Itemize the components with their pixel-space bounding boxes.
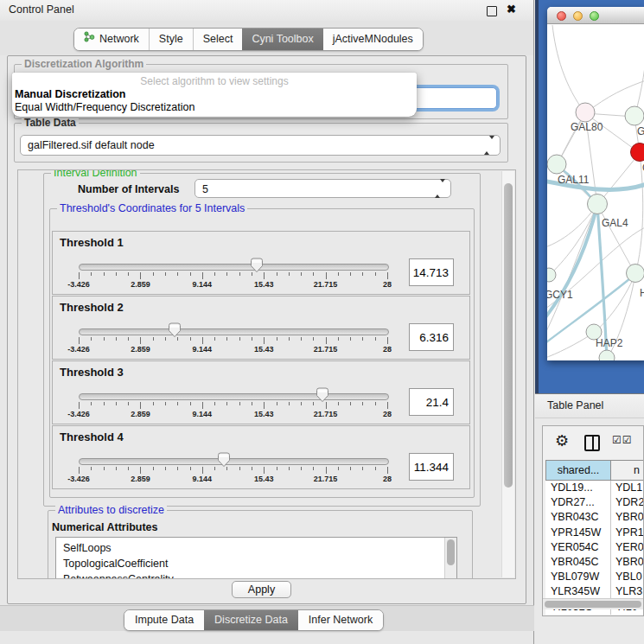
- network-graph[interactable]: GAL80 GA C GAL11 GAL4 GCY1 H HAP2: [547, 25, 644, 360]
- tick-label: 9.144: [193, 280, 213, 289]
- table-data-combobox[interactable]: galFiltered.sif default node: [20, 135, 501, 156]
- table-row[interactable]: YBR045CYBR0: [545, 555, 644, 570]
- table-row[interactable]: YDL19...YDL1: [545, 481, 644, 495]
- cell-shared-name[interactable]: YBR045C: [545, 555, 611, 570]
- attribute-item[interactable]: BetweennessCentrality: [56, 571, 456, 579]
- algorithm-option-manual[interactable]: Manual Discretization: [12, 88, 417, 101]
- tick-label: 28: [383, 475, 392, 483]
- cell-name[interactable]: YPR1: [611, 526, 644, 540]
- slider-thumb[interactable]: [316, 387, 329, 403]
- numerical-attributes-list[interactable]: SelfLoopsTopologicalCoefficientBetweenne…: [55, 537, 457, 579]
- tab-jactivemnodules[interactable]: jActiveMNodules: [323, 29, 423, 50]
- table-row[interactable]: YER054CYER0: [545, 540, 644, 555]
- node-gal4[interactable]: [588, 194, 608, 214]
- table-row[interactable]: YBR043CYBR0: [545, 510, 644, 525]
- attributes-group: Attributes to discretize Numerical Attri…: [48, 510, 473, 579]
- tab-network[interactable]: Network: [74, 29, 149, 50]
- stepper-arrows-icon: [435, 182, 445, 194]
- cell-name[interactable]: YDR2: [611, 495, 644, 510]
- right-panel: GAL80 GA C GAL11 GAL4 GCY1 H HAP2 Table …: [535, 0, 644, 644]
- stepper-arrows-icon: [484, 139, 494, 151]
- control-panel: Control Panel ✖ Network Style: [0, 0, 534, 644]
- threshold-slider-track[interactable]: [79, 328, 389, 335]
- cell-name[interactable]: YBL0: [611, 570, 644, 584]
- tab-select[interactable]: Select: [193, 29, 243, 50]
- node-selected-red[interactable]: [631, 143, 644, 162]
- cell-name[interactable]: YDL1: [611, 481, 644, 495]
- attribute-item[interactable]: TopologicalCoefficient: [56, 556, 456, 571]
- threshold-slider-track[interactable]: [79, 458, 389, 465]
- node-label: GAL4: [602, 217, 628, 229]
- scrollbar-thumb[interactable]: [545, 601, 641, 608]
- cell-name[interactable]: YER0: [611, 540, 644, 555]
- zoom-traffic-light[interactable]: [590, 11, 599, 21]
- apply-button[interactable]: Apply: [232, 581, 291, 598]
- cell-shared-name[interactable]: YLR345W: [545, 584, 611, 599]
- tab-discretize-data[interactable]: Discretize Data: [204, 610, 298, 630]
- minimize-traffic-light[interactable]: [573, 11, 583, 21]
- float-window-icon[interactable]: [487, 6, 497, 16]
- close-traffic-light[interactable]: [557, 11, 566, 21]
- slider-thumb[interactable]: [168, 322, 182, 338]
- cell-shared-name[interactable]: YBR043C: [545, 510, 611, 525]
- node-right[interactable]: [627, 265, 644, 283]
- cell-shared-name[interactable]: YBL079W: [545, 570, 611, 584]
- column-header-shared-name[interactable]: shared...: [545, 460, 611, 481]
- table-row[interactable]: YPR145WYPR1: [545, 526, 644, 540]
- scrollbar-thumb[interactable]: [504, 183, 513, 488]
- tab-impute-data[interactable]: Impute Data: [124, 610, 204, 630]
- split-columns-icon[interactable]: [584, 435, 600, 451]
- tab-cyni-toolbox[interactable]: Cyni Toolbox: [242, 29, 322, 50]
- threshold-value-field[interactable]: 21.4: [409, 388, 454, 416]
- tick-label: 15.43: [254, 475, 274, 483]
- tick-label: -3.426: [67, 410, 90, 418]
- threshold-value-field[interactable]: 6.316: [409, 323, 454, 351]
- node-gal11[interactable]: [547, 155, 566, 174]
- numerical-attributes-label: Numerical Attributes: [52, 521, 157, 533]
- tick-label: 2.859: [131, 410, 150, 418]
- cell-shared-name[interactable]: YDR27...: [545, 495, 611, 510]
- tick-label: 15.43: [254, 280, 274, 289]
- tab-style[interactable]: Style: [149, 29, 193, 50]
- number-of-intervals-combobox[interactable]: 5: [194, 179, 451, 198]
- threshold-slider-track[interactable]: [79, 264, 389, 271]
- tab-infer-network[interactable]: Infer Network: [298, 610, 383, 630]
- number-of-intervals-label: Number of Intervals: [78, 183, 179, 195]
- network-window-titlebar: [547, 7, 644, 24]
- column-header-name[interactable]: n: [611, 460, 644, 481]
- tab-network-label: Network: [99, 29, 139, 50]
- node-top-right[interactable]: [625, 106, 644, 125]
- gear-icon[interactable]: ⚙: [555, 432, 569, 450]
- tick-label: 21.715: [314, 345, 338, 354]
- select-columns-icon[interactable]: ☑☑: [612, 434, 633, 446]
- tick-label: -3.426: [67, 345, 90, 354]
- table-row[interactable]: YBL079WYBL0: [545, 570, 644, 584]
- threshold-panel: Threshold 2-3.4262.8599.14415.4321.71528…: [52, 296, 470, 360]
- tick-label: -3.426: [67, 475, 90, 483]
- cell-shared-name[interactable]: YDL19...: [545, 481, 611, 495]
- node-bottom[interactable]: [599, 350, 615, 360]
- attribute-item[interactable]: SelfLoops: [56, 540, 456, 556]
- settings-vertical-scrollbar[interactable]: [501, 171, 514, 577]
- algorithm-option-equal-width[interactable]: Equal Width/Frequency Discretization: [12, 101, 417, 114]
- threshold-value-field[interactable]: 11.344: [409, 453, 454, 481]
- cell-shared-name[interactable]: YER054C: [545, 540, 611, 555]
- node-gal80[interactable]: [576, 103, 595, 122]
- table-row[interactable]: YLR345WYLR3: [545, 584, 644, 599]
- threshold-panel: Threshold 1-3.4262.8599.14415.4321.71528…: [52, 231, 470, 295]
- threshold-value-field[interactable]: 14.713: [409, 258, 454, 286]
- tick-label: 9.144: [193, 410, 213, 418]
- slider-thumb[interactable]: [217, 452, 231, 468]
- cell-name[interactable]: YBR0: [611, 555, 644, 570]
- cell-shared-name[interactable]: YPR145W: [545, 526, 611, 540]
- cell-name[interactable]: YBR0: [611, 510, 644, 525]
- thresholds-group: Threshold's Coordinates for 5 Intervals …: [49, 208, 475, 498]
- table-row[interactable]: YDR27...YDR2: [545, 495, 644, 510]
- slider-thumb[interactable]: [250, 258, 264, 273]
- list-scrollbar[interactable]: [444, 538, 456, 579]
- threshold-slider-track[interactable]: [79, 393, 389, 400]
- table-horizontal-scrollbar[interactable]: [543, 598, 643, 609]
- cell-name[interactable]: YLR3: [611, 584, 644, 599]
- threshold-label: Threshold 3: [60, 366, 124, 379]
- close-icon[interactable]: ✖: [507, 3, 516, 16]
